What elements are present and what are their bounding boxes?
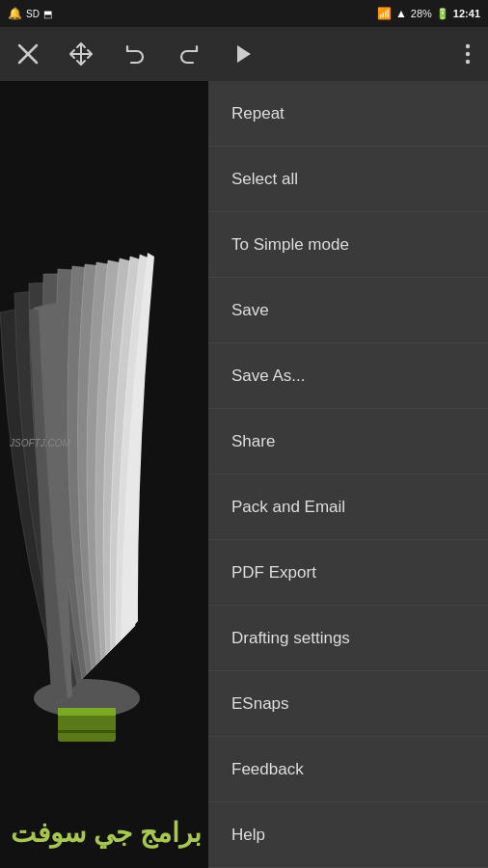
notification-icon: 🔔: [8, 7, 22, 20]
undo-button[interactable]: [118, 37, 152, 71]
watermark: JSOFTJ.COM: [10, 438, 70, 448]
status-left-icons: 🔔 SD ⬒: [8, 7, 52, 20]
menu-item-save[interactable]: Save: [208, 278, 488, 343]
3d-model-svg: [0, 139, 212, 766]
signal-icon: ▲: [395, 7, 407, 20]
svg-marker-4: [237, 45, 251, 63]
undo-icon: [123, 42, 147, 66]
toolbar-left: [12, 37, 260, 71]
menu-item-share[interactable]: Share: [208, 409, 488, 475]
svg-point-5: [466, 44, 470, 48]
menu-item-feedback[interactable]: Feedback: [208, 737, 488, 802]
play-icon: [231, 42, 255, 66]
svg-point-7: [466, 60, 470, 64]
move-icon: [69, 42, 93, 66]
dropdown-menu: Repeat Select all To Simple mode Save Sa…: [208, 81, 488, 868]
menu-item-pack-and-email[interactable]: Pack and Email: [208, 475, 488, 540]
usb-icon: ⬒: [43, 9, 52, 19]
menu-item-drafting-settings[interactable]: Drafting settings: [208, 606, 488, 671]
menu-item-repeat[interactable]: Repeat: [208, 81, 488, 147]
more-icon: [465, 42, 471, 66]
status-right-info: 📶 ▲ 28% 🔋 12:41: [377, 7, 480, 20]
arabic-watermark: برامج جي سوفت: [0, 817, 212, 849]
svg-rect-12: [58, 730, 116, 733]
redo-icon: [177, 42, 201, 66]
menu-item-help[interactable]: Help: [208, 802, 488, 868]
main-area: JSOFTJ.COM برامج جي سوفت Repeat Select a…: [0, 81, 488, 868]
time-display: 12:41: [453, 8, 480, 19]
toolbar: [0, 27, 488, 81]
menu-item-save-as[interactable]: Save As...: [208, 343, 488, 409]
wifi-icon: 📶: [377, 7, 392, 20]
redo-button[interactable]: [172, 37, 206, 71]
close-button[interactable]: [12, 38, 44, 70]
move-button[interactable]: [64, 37, 98, 71]
toolbar-right: [459, 37, 476, 71]
menu-item-esnaps[interactable]: ESnaps: [208, 671, 488, 737]
play-button[interactable]: [226, 37, 260, 71]
svg-rect-11: [58, 708, 116, 716]
status-bar: 🔔 SD ⬒ 📶 ▲ 28% 🔋 12:41: [0, 0, 488, 27]
sd-icon: SD: [26, 9, 40, 19]
battery-icon: 🔋: [436, 8, 449, 20]
more-options-button[interactable]: [459, 37, 476, 71]
svg-point-6: [466, 52, 470, 56]
close-icon: [17, 43, 39, 65]
menu-item-pdf-export[interactable]: PDF Export: [208, 540, 488, 606]
menu-item-to-simple-mode[interactable]: To Simple mode: [208, 212, 488, 278]
menu-item-select-all[interactable]: Select all: [208, 147, 488, 212]
model-viewport: JSOFTJ.COM: [0, 81, 212, 868]
battery-percent: 28%: [411, 8, 432, 19]
